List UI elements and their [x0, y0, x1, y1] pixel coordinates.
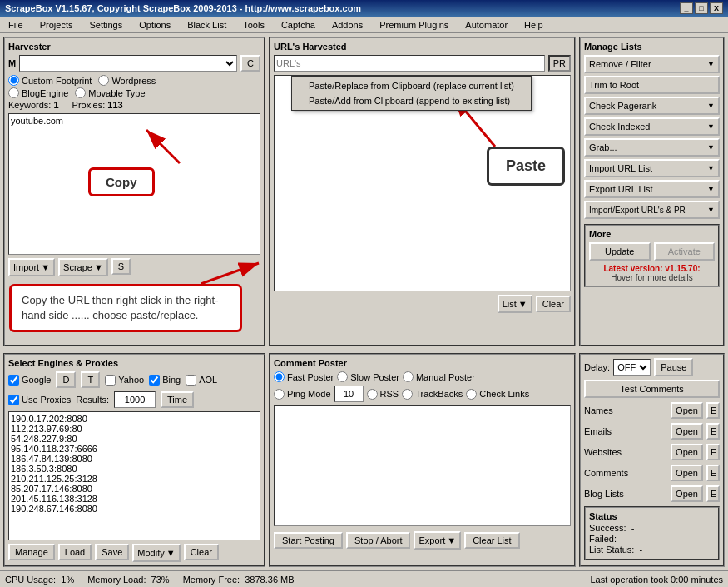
- slow-poster-radio[interactable]: [337, 371, 348, 382]
- results-input[interactable]: [114, 391, 156, 408]
- harvester-mode-select[interactable]: [19, 55, 237, 72]
- stop-button[interactable]: S: [111, 258, 131, 275]
- update-button[interactable]: Update: [589, 242, 651, 261]
- names-row: Names Open E: [584, 401, 720, 420]
- ping-value-input[interactable]: [334, 386, 364, 402]
- menu-projects[interactable]: Projects: [35, 18, 78, 32]
- aol-checkbox-label[interactable]: AOL: [186, 375, 217, 386]
- menu-premium-plugins[interactable]: Premium Plugins: [374, 18, 453, 32]
- radio-movable-type[interactable]: Movable Type: [75, 87, 145, 98]
- harvester-mode-row: M C: [8, 55, 260, 72]
- blog-lists-edit-button[interactable]: E: [706, 485, 720, 502]
- google-checkbox-label[interactable]: Google: [8, 375, 51, 386]
- pr-button[interactable]: PR: [548, 55, 571, 72]
- ping-mode-label[interactable]: Ping Mode: [274, 389, 331, 400]
- import-url-list-button[interactable]: Import URL List ▼: [584, 159, 720, 177]
- trim-to-root-button[interactable]: Trim to Root: [584, 76, 720, 94]
- clear-proxies-button[interactable]: Clear: [184, 544, 219, 560]
- paste-replace-menu-item[interactable]: Paste/Replace from Clipboard (replace cu…: [292, 78, 531, 93]
- ping-mode-radio[interactable]: [274, 389, 285, 400]
- manual-poster-label[interactable]: Manual Poster: [403, 371, 475, 382]
- urls-list[interactable]: Paste/Replace from Clipboard (replace cu…: [274, 75, 571, 291]
- comments-edit-button[interactable]: E: [706, 465, 720, 481]
- close-button[interactable]: X: [710, 2, 723, 14]
- proxy-list[interactable]: 190.0.17.202:8080 112.213.97.69:80 54.24…: [8, 411, 260, 540]
- load-proxies-button[interactable]: Load: [58, 544, 92, 560]
- menu-addons[interactable]: Addons: [327, 18, 368, 32]
- check-pagerank-button[interactable]: Check Pagerank ▼: [584, 97, 720, 115]
- check-links-radio[interactable]: [466, 389, 477, 400]
- blog-lists-open-button[interactable]: Open: [671, 485, 703, 502]
- grab-button[interactable]: Grab... ▼: [584, 138, 720, 157]
- rss-label[interactable]: RSS: [367, 389, 399, 400]
- trackbacks-radio[interactable]: [402, 389, 413, 400]
- clear-list-button[interactable]: Clear List: [464, 532, 519, 549]
- radio-wordpress[interactable]: Wordpress: [98, 75, 156, 86]
- keywords-list[interactable]: youtube.com: [8, 113, 260, 255]
- menu-tools[interactable]: Tools: [238, 18, 270, 32]
- menu-blacklist[interactable]: Black List: [182, 18, 231, 32]
- test-comments-button[interactable]: Test Comments: [584, 380, 720, 398]
- menu-help[interactable]: Help: [519, 18, 548, 32]
- aol-checkbox[interactable]: [186, 375, 196, 386]
- comment-poster-bottom: Start Posting Stop / Abort Export ▼ Clea…: [274, 531, 571, 550]
- list-button[interactable]: List ▼: [498, 295, 532, 313]
- comment-textarea[interactable]: [274, 405, 571, 526]
- names-open-button[interactable]: Open: [671, 402, 703, 419]
- google-checkbox[interactable]: [8, 375, 19, 386]
- bing-checkbox-label[interactable]: Bing: [149, 375, 181, 386]
- use-proxies-checkbox[interactable]: [8, 395, 19, 405]
- emails-open-button[interactable]: Open: [671, 423, 703, 440]
- yahoo-checkbox[interactable]: [105, 375, 116, 386]
- urls-bottom: List ▼ Clear: [274, 295, 571, 313]
- urls-clear-button[interactable]: Clear: [536, 296, 571, 312]
- slow-poster-label[interactable]: Slow Poster: [337, 371, 399, 382]
- activate-button[interactable]: Activate: [654, 242, 716, 261]
- use-proxies-label[interactable]: Use Proxies: [8, 395, 71, 405]
- list-status-row: List Status: -: [589, 545, 715, 555]
- comments-open-button[interactable]: Open: [671, 465, 703, 481]
- d-button[interactable]: D: [56, 371, 76, 388]
- import-button[interactable]: Import ▼: [8, 258, 55, 276]
- paste-add-menu-item[interactable]: Paste/Add from Clipboard (append to exis…: [292, 93, 531, 108]
- menu-file[interactable]: File: [3, 18, 28, 32]
- remove-filter-button[interactable]: Remove / Filter ▼: [584, 55, 720, 73]
- manage-proxies-button[interactable]: Manage: [8, 544, 55, 560]
- trackbacks-label[interactable]: TrackBacks: [402, 389, 463, 400]
- import-export-button[interactable]: Import/Export URL's & PR ▼: [584, 201, 720, 219]
- stop-abort-button[interactable]: Stop / Abort: [346, 532, 410, 549]
- menu-automator[interactable]: Automator: [460, 18, 513, 32]
- time-button[interactable]: Time: [161, 391, 194, 408]
- menu-options[interactable]: Options: [134, 18, 176, 32]
- names-edit-button[interactable]: E: [706, 402, 720, 419]
- check-links-label[interactable]: Check Links: [466, 389, 529, 400]
- menu-settings[interactable]: Settings: [84, 18, 127, 32]
- modify-proxies-button[interactable]: Modify ▼: [132, 544, 180, 562]
- check-indexed-button[interactable]: Check Indexed ▼: [584, 117, 720, 136]
- emails-edit-button[interactable]: E: [706, 423, 720, 440]
- bing-checkbox[interactable]: [149, 375, 160, 386]
- export-url-list-button[interactable]: Export URL List ▼: [584, 180, 720, 198]
- yahoo-checkbox-label[interactable]: Yahoo: [105, 375, 144, 386]
- save-proxies-button[interactable]: Save: [95, 544, 129, 560]
- urls-search-input[interactable]: [274, 55, 545, 72]
- clear-mode-button[interactable]: C: [240, 55, 260, 72]
- start-posting-button[interactable]: Start Posting: [274, 532, 343, 549]
- rss-radio[interactable]: [367, 389, 378, 400]
- menu-captcha[interactable]: Captcha: [276, 18, 320, 32]
- fast-poster-radio[interactable]: [274, 371, 285, 382]
- export-comments-button[interactable]: Export ▼: [414, 531, 461, 550]
- maximize-button[interactable]: □: [695, 2, 708, 14]
- delay-select[interactable]: OFF: [613, 359, 651, 376]
- scrape-button[interactable]: Scrape ▼: [58, 258, 108, 276]
- manual-poster-radio[interactable]: [403, 371, 414, 382]
- memory-load: Memory Load: 73%: [87, 575, 169, 585]
- fast-poster-label[interactable]: Fast Poster: [274, 371, 334, 382]
- minimize-button[interactable]: _: [680, 2, 693, 14]
- websites-edit-button[interactable]: E: [706, 444, 720, 460]
- pause-button[interactable]: Pause: [654, 358, 693, 376]
- radio-custom-footprint[interactable]: Custom Footprint: [8, 75, 92, 86]
- websites-open-button[interactable]: Open: [671, 444, 703, 460]
- radio-blogengine[interactable]: BlogEngine: [8, 87, 68, 98]
- t-button[interactable]: T: [81, 371, 100, 388]
